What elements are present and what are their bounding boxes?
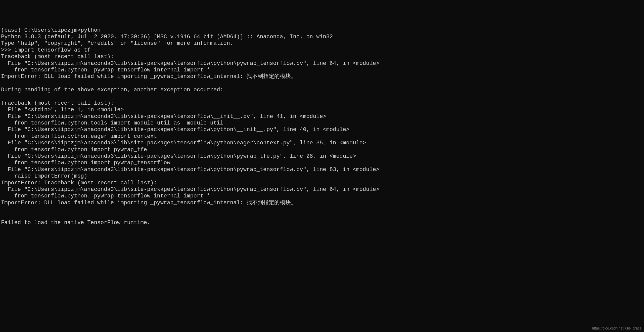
terminal-output[interactable]: (base) C:\Users\iipczjm>pythonPython 3.8… [1, 27, 643, 226]
terminal-line: from tensorflow.python.eager import cont… [1, 133, 643, 140]
terminal-line [1, 206, 643, 213]
terminal-line: During handling of the above exception, … [1, 87, 643, 93]
terminal-line: File "C:\Users\iipczjm\anaconda3\lib\sit… [1, 60, 643, 67]
terminal-line: ImportError: DLL load failed while impor… [1, 73, 643, 80]
watermark-text: https://blog.csdn.net/julie_grace [592, 326, 641, 330]
terminal-line: File "C:\Users\iipczjm\anaconda3\lib\sit… [1, 153, 643, 160]
terminal-line: File "C:\Users\iipczjm\anaconda3\lib\sit… [1, 186, 643, 193]
terminal-line: from tensorflow.python._pywrap_tensorflo… [1, 193, 643, 199]
terminal-line: Failed to load the native TensorFlow run… [1, 220, 643, 226]
terminal-line: File "C:\Users\iipczjm\anaconda3\lib\sit… [1, 127, 643, 133]
terminal-line: File "C:\Users\iipczjm\anaconda3\lib\sit… [1, 113, 643, 120]
terminal-line: File "<stdin>", line 1, in <module> [1, 107, 643, 113]
terminal-line: Type "help", "copyright", "credits" or "… [1, 40, 643, 47]
terminal-line: from tensorflow.python._pywrap_tensorflo… [1, 67, 643, 73]
terminal-line: Traceback (most recent call last): [1, 100, 643, 107]
terminal-line: Traceback (most recent call last): [1, 54, 643, 60]
terminal-line: from tensorflow.python.tools import modu… [1, 120, 643, 127]
terminal-line: Python 3.8.3 (default, Jul 2 2020, 17:30… [1, 34, 643, 40]
terminal-line: File "C:\Users\iipczjm\anaconda3\lib\sit… [1, 167, 643, 173]
terminal-line: ImportError: DLL load failed while impor… [1, 200, 643, 206]
terminal-line: from tensorflow.python import pywrap_tfe [1, 147, 643, 153]
terminal-line: File "C:\Users\iipczjm\anaconda3\lib\sit… [1, 140, 643, 146]
terminal-line: (base) C:\Users\iipczjm>python [1, 27, 643, 34]
terminal-line: raise ImportError(msg) [1, 173, 643, 180]
terminal-line: ImportError: Traceback (most recent call… [1, 180, 643, 186]
terminal-line [1, 93, 643, 100]
terminal-line [1, 80, 643, 87]
terminal-line: from tensorflow.python import pywrap_ten… [1, 160, 643, 166]
terminal-line [1, 213, 643, 220]
terminal-line: >>> import tensorflow as tf [1, 47, 643, 54]
